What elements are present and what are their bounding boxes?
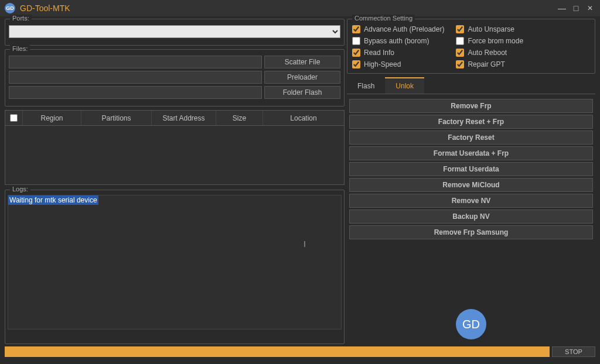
advance-auth-input[interactable] [352,25,360,33]
backup-nv-button[interactable]: Backup NV [349,210,593,224]
remove-frp-button[interactable]: Remove Frp [349,99,593,113]
right-panel: Commection Setting Advance Auth (Preload… [347,19,595,344]
tab-unlock[interactable]: Unlok [385,77,424,94]
format-userdata-frp-button[interactable]: Format Userdata + Frp [349,146,593,160]
auto-unsparse-input[interactable] [456,25,464,33]
advance-auth-checkbox[interactable]: Advance Auth (Preloader) [352,25,444,33]
high-speed-checkbox[interactable]: High-Speed [352,60,444,68]
remove-nv-button[interactable]: Remove NV [349,194,593,208]
window-controls: — □ ✕ [557,3,595,13]
preloader-input[interactable] [9,71,262,84]
auto-reboot-checkbox[interactable]: Auto Reboot [456,49,523,57]
read-info-input[interactable] [352,49,360,57]
table-header-start: Start Address [152,111,216,125]
select-all-checkbox[interactable] [10,114,18,122]
table-header-location: Location [263,111,344,125]
partition-table: Region Partitions Start Address Size Loc… [5,110,345,185]
repair-gpt-checkbox[interactable]: Repair GPT [456,60,523,68]
bypass-auth-input[interactable] [352,37,360,45]
force-brom-input[interactable] [456,37,464,45]
connection-setting-group: Commection Setting Advance Auth (Preload… [347,19,595,74]
table-header-partitions: Partitions [81,111,152,125]
ports-select[interactable] [9,25,340,38]
titlebar: GD GD-Tool-MTK — □ ✕ [0,0,600,16]
main-content: Ports: Files: Scatter File Preloader Fol… [0,16,600,346]
repair-gpt-input[interactable] [456,60,464,68]
progress-bar [5,346,550,357]
ports-group: Ports: [5,19,345,46]
table-header-region: Region [23,111,81,125]
table-header-row: Region Partitions Start Address Size Loc… [5,111,344,126]
scatter-file-button[interactable]: Scatter File [264,56,340,68]
tab-flash[interactable]: Flash [347,77,385,94]
read-info-checkbox[interactable]: Read Info [352,49,444,57]
app-title: GD-Tool-MTK [20,4,557,13]
left-panel: Ports: Files: Scatter File Preloader Fol… [5,19,345,344]
remove-micloud-button[interactable]: Remove MiCloud [349,178,593,192]
brand-logo-icon: GD [456,309,486,339]
factory-reset-button[interactable]: Factory Reset [349,131,593,145]
tabs: Flash Unlok [347,77,595,94]
files-label: Files: [10,45,30,52]
folder-flash-button[interactable]: Folder Flash [264,86,340,99]
table-header-checkbox [5,111,23,125]
folder-flash-input[interactable] [9,86,262,99]
close-button[interactable]: ✕ [585,3,595,13]
minimize-button[interactable]: — [557,3,567,13]
auto-unsparse-checkbox[interactable]: Auto Unsparse [456,25,523,33]
ports-label: Ports: [10,15,32,22]
force-brom-checkbox[interactable]: Force brom mode [456,37,523,45]
preloader-button[interactable]: Preloader [264,71,340,84]
files-group: Files: Scatter File Preloader Folder Fla… [5,49,345,107]
log-line: Waiting for mtk serial device [8,195,98,205]
logs-label: Logs: [10,186,30,193]
format-userdata-button[interactable]: Format Userdata [349,162,593,176]
logs-textarea[interactable]: Waiting for mtk serial device I [8,195,342,329]
auto-reboot-input[interactable] [456,49,464,57]
logs-group: Logs: Waiting for mtk serial device I [5,190,345,344]
high-speed-input[interactable] [352,60,360,68]
table-header-size: Size [216,111,263,125]
stop-button[interactable]: STOP [552,346,595,357]
app-logo-icon: GD [5,3,15,13]
table-body[interactable] [5,126,344,184]
bottom-bar: STOP [0,346,600,360]
factory-reset-frp-button[interactable]: Factory Reset + Frp [349,115,593,129]
logo-area: GD [347,244,595,344]
bypass-auth-checkbox[interactable]: Bypass auth (borom) [352,37,444,45]
action-buttons: Remove Frp Factory Reset + Frp Factory R… [347,94,595,244]
text-cursor-icon: I [304,239,305,248]
connection-label: Commection Setting [352,15,415,22]
scatter-file-input[interactable] [9,56,262,68]
maximize-button[interactable]: □ [571,3,581,13]
remove-frp-samsung-button[interactable]: Remove Frp Samsung [349,225,593,239]
